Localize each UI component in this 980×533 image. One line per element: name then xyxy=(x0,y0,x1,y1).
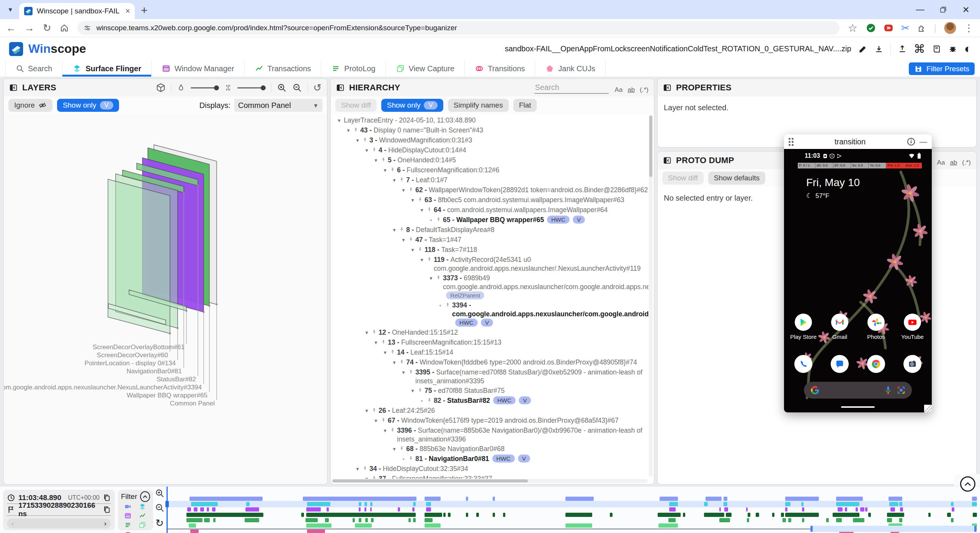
overlay-titlebar[interactable]: transition — xyxy=(784,134,932,149)
displays-select[interactable]: Common Panel▼ xyxy=(234,99,322,112)
shortcuts-icon[interactable]: ⌘ xyxy=(914,42,925,56)
window-close-icon[interactable]: × xyxy=(962,3,969,16)
new-tab-button[interactable]: + xyxy=(141,4,148,17)
photos-app-icon[interactable] xyxy=(867,314,885,331)
surface-flinger-trace-icon[interactable] xyxy=(139,503,147,511)
pin-icon[interactable] xyxy=(390,349,395,355)
pin-icon[interactable] xyxy=(426,257,432,262)
pin-icon[interactable] xyxy=(381,339,386,345)
tree-leaf-node[interactable]: ●81 - NavigationBar0#81HWCV xyxy=(332,454,648,464)
transitions-trace-icon[interactable] xyxy=(124,530,132,533)
camera-app-icon[interactable] xyxy=(903,355,921,373)
tab-transactions[interactable]: Transactions xyxy=(245,60,322,77)
tree-node[interactable]: ▼4 - HideDisplayCutout:0:14#4 xyxy=(332,146,648,155)
google-search-bar[interactable] xyxy=(804,382,912,399)
tree-node[interactable]: ▼37 - FullscreenMagnification:33:33#37 xyxy=(332,474,648,479)
zoom-out-icon[interactable] xyxy=(292,83,302,93)
home-icon[interactable] xyxy=(60,23,69,33)
timeline-cursor[interactable] xyxy=(167,487,168,533)
timeline-reset-zoom-icon[interactable]: ↻ xyxy=(155,517,164,529)
expand-arrow-icon[interactable]: ▼ xyxy=(408,245,417,255)
report-bug-icon[interactable] xyxy=(948,44,957,54)
tree-leaf-node[interactable]: ●3394 - com.google.android.apps.nexuslau… xyxy=(332,301,648,328)
expand-arrow-icon[interactable]: ▼ xyxy=(362,328,371,337)
pin-icon[interactable] xyxy=(362,137,368,143)
3d-view-icon[interactable] xyxy=(156,83,166,93)
reload-icon[interactable]: ↻ xyxy=(43,22,51,34)
screen-recording-track[interactable] xyxy=(167,497,977,501)
tree-leaf-node[interactable]: ●65 - Wallpaper BBQ wrapper#65HWCV xyxy=(332,215,648,225)
chrome-app-icon[interactable] xyxy=(867,355,885,373)
back-icon[interactable]: ← xyxy=(6,22,16,34)
tree-node[interactable]: ▼8 - DefaultTaskDisplayArea#8 xyxy=(332,225,648,235)
window-minimize-icon[interactable]: — xyxy=(916,5,924,15)
match-case-icon[interactable]: Aa xyxy=(615,86,623,94)
expand-arrow-icon[interactable]: ▼ xyxy=(362,474,371,479)
pin-icon[interactable] xyxy=(390,167,395,173)
copy-ns-icon[interactable] xyxy=(103,505,111,514)
tree-node[interactable]: ▼3373 - 6989b49 com.google.android.apps.… xyxy=(332,273,648,301)
tree-node[interactable]: ▼13 - FullscreenMagnification:15:15#13 xyxy=(332,338,648,348)
layers-3d-canvas[interactable]: ScreenDecorOverlayBottom#61ScreenDecorOv… xyxy=(4,114,327,484)
tree-node[interactable]: ▼7 - Leaf:0:1#7 xyxy=(332,175,648,185)
expand-arrow-icon[interactable]: ▼ xyxy=(353,464,362,474)
forward-icon[interactable]: → xyxy=(24,22,34,34)
rotation-slider[interactable] xyxy=(191,87,219,88)
filter-presets-button[interactable]: Filter Presets xyxy=(909,62,975,75)
pin-icon[interactable] xyxy=(390,427,395,433)
pin-icon[interactable] xyxy=(371,476,377,479)
messages-app-icon[interactable] xyxy=(831,355,849,373)
browser-tab[interactable]: Winscope | sandbox-FAIL × xyxy=(19,3,135,19)
timeline-zoom-in-icon[interactable] xyxy=(155,488,165,498)
gmail-app-icon[interactable] xyxy=(831,314,848,331)
hierarchy-search-input[interactable]: Search xyxy=(534,82,609,94)
collapse-panel-icon[interactable] xyxy=(336,83,345,92)
tree-node[interactable]: ▼118 - Task=7#118 xyxy=(332,245,648,255)
tree-node[interactable]: ▼5 - OneHanded:0:14#5 xyxy=(332,155,648,165)
gesture-navigation-bar[interactable] xyxy=(841,406,875,408)
tree-node[interactable]: ▼12 - OneHanded:15:15#12 xyxy=(332,328,648,338)
tree-node[interactable]: ▼LayerTraceEntry - 2024-05-10, 11:03:48.… xyxy=(332,116,648,126)
pin-icon[interactable] xyxy=(371,329,377,335)
surface-flinger-track[interactable] xyxy=(167,502,977,506)
prev-entry-button[interactable]: ‹ xyxy=(11,519,14,528)
protolog-trace-icon[interactable] xyxy=(124,521,132,530)
expand-arrow-icon[interactable]: ▼ xyxy=(408,386,417,396)
ignore-button[interactable]: Ignore xyxy=(8,99,52,112)
expand-arrow-icon[interactable]: ▼ xyxy=(362,146,371,155)
pin-icon[interactable] xyxy=(399,359,405,365)
collapse-panel-icon[interactable] xyxy=(663,156,671,165)
phone-app-icon[interactable] xyxy=(794,355,812,373)
expand-arrow-icon[interactable]: ▼ xyxy=(390,445,399,454)
url-bar[interactable]: winscope.teams.x20web.corp.google.com/pr… xyxy=(77,21,840,35)
show-only-v-button[interactable]: Show only V xyxy=(381,99,443,112)
expand-arrow-icon[interactable]: ▼ xyxy=(408,196,417,205)
youtube-app[interactable]: YouTube xyxy=(900,314,926,340)
expand-arrow-icon[interactable]: ▼ xyxy=(399,368,408,377)
simplify-names-button[interactable]: Simplify names xyxy=(448,99,509,112)
pin-icon[interactable] xyxy=(445,302,451,308)
tree-node[interactable]: ▼119 - ActivityRecord{24e5341 u0 com.goo… xyxy=(332,255,648,273)
pin-icon[interactable] xyxy=(371,147,377,153)
pin-icon[interactable] xyxy=(353,127,359,133)
tree-node[interactable]: ▼75 - ed70f88 StatusBar#75 xyxy=(332,386,648,396)
overlay-minimize-icon[interactable]: — xyxy=(920,137,927,146)
protolog-track[interactable] xyxy=(167,518,977,522)
pin-icon[interactable] xyxy=(362,466,368,471)
regex-icon[interactable]: (.*) xyxy=(962,159,971,167)
pin-icon[interactable] xyxy=(408,456,414,461)
tab-jank-cujs[interactable]: Jank CUJs xyxy=(535,60,606,77)
expand-arrow-icon[interactable]: ▼ xyxy=(399,235,408,245)
edit-icon[interactable] xyxy=(858,44,867,54)
vertical-scrollbar[interactable] xyxy=(649,115,653,477)
transactions-track[interactable] xyxy=(167,513,977,517)
show-only-v-button[interactable]: Show only V xyxy=(57,99,119,112)
tree-node[interactable]: ▼74 - WindowToken{fdddbe6 type=2000 andr… xyxy=(332,358,648,368)
transition-overlay-window[interactable]: transition — 11:03 P: 0 / 1dX: 0.0dY: 0.… xyxy=(784,134,932,412)
window-restore-icon[interactable] xyxy=(939,6,947,13)
collapse-panel-icon[interactable] xyxy=(9,83,18,92)
expand-arrow-icon[interactable]: ▼ xyxy=(390,226,399,235)
pin-icon[interactable] xyxy=(399,177,405,183)
expand-arrow-icon[interactable]: ▼ xyxy=(390,358,399,367)
horizontal-scrollbar[interactable] xyxy=(332,479,648,483)
